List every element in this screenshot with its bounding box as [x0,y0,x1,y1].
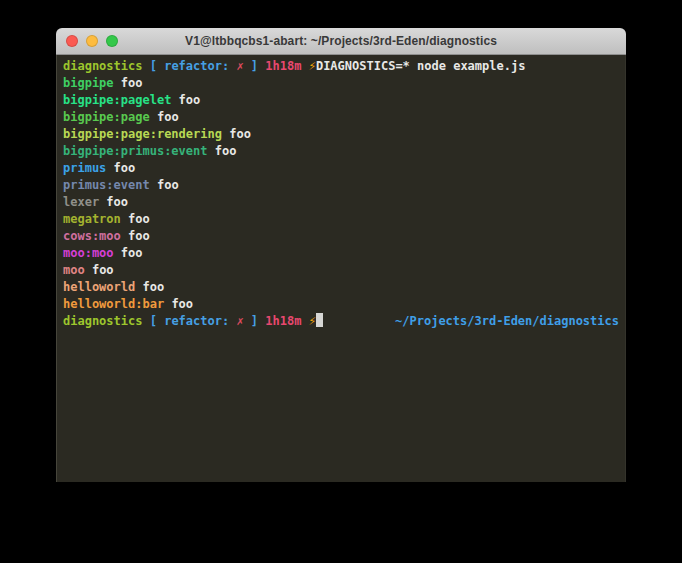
line-right: ~/Projects/3rd-Eden/diagnostics [395,313,619,330]
terminal-line: lexer foo [63,194,619,211]
text-segment: ✗ [236,314,243,328]
terminal-line: bigpipe:primus:event foo [63,143,619,160]
text-segment: ] [244,314,266,328]
window-title: V1@ltbbqcbs1-abart: ~/Projects/3rd-Eden/… [56,34,626,48]
text-segment: bigpipe [63,76,114,90]
text-segment: foo [135,280,164,294]
cursor-block [316,313,323,327]
terminal-line: moo:moo foo [63,245,619,262]
terminal-line: primus:event foo [63,177,619,194]
text-segment: foo [164,297,193,311]
text-segment: cows:moo [63,229,121,243]
terminal-line: bigpipe:page:rendering foo [63,126,619,143]
text-segment: foo [208,144,237,158]
text-segment: ✗ [236,59,243,73]
text-segment: moo [63,263,85,277]
text-segment: diagnostics [63,314,142,328]
terminal-line: moo foo [63,262,619,279]
text-segment: foo [99,195,128,209]
terminal-line: helloworld:bar foo [63,296,619,313]
text-segment: bigpipe:primus:event [63,144,208,158]
text-segment: diagnostics [63,59,142,73]
text-segment: 1h18m [265,59,301,73]
terminal-line: bigpipe:page foo [63,109,619,126]
terminal-line: cows:moo foo [63,228,619,245]
traffic-light-buttons [66,35,118,47]
line-left: bigpipe:page foo [63,109,179,126]
terminal-line: diagnostics [ refactor: ✗ ] 1h18m ⚡DIAGN… [63,58,619,75]
terminal-window: V1@ltbbqcbs1-abart: ~/Projects/3rd-Eden/… [56,28,626,482]
close-button[interactable] [66,35,78,47]
line-left: helloworld:bar foo [63,296,193,313]
text-segment: [ refactor: [142,59,236,73]
line-left: moo foo [63,262,114,279]
title-bar[interactable]: V1@ltbbqcbs1-abart: ~/Projects/3rd-Eden/… [56,28,626,55]
line-left: bigpipe:pagelet foo [63,92,200,109]
text-segment: bigpipe:page:rendering [63,127,222,141]
text-segment: ~/Projects/3rd-Eden/diagnostics [395,314,619,328]
line-left: primus:event foo [63,177,179,194]
terminal-line: primus foo [63,160,619,177]
text-segment: moo:moo [63,246,114,260]
line-left: bigpipe:page:rendering foo [63,126,251,143]
text-segment: foo [85,263,114,277]
line-left: primus foo [63,160,135,177]
terminal-line: diagnostics [ refactor: ✗ ] 1h18m ⚡~/Pro… [63,313,619,330]
line-left: diagnostics [ refactor: ✗ ] 1h18m ⚡ [63,313,323,330]
text-segment: [ refactor: [142,314,236,328]
text-segment: bigpipe:page [63,110,150,124]
line-left: moo:moo foo [63,245,142,262]
line-left: lexer foo [63,194,128,211]
line-left: bigpipe foo [63,75,142,92]
text-segment: ⚡ [301,59,315,73]
terminal-line: bigpipe:pagelet foo [63,92,619,109]
line-left: diagnostics [ refactor: ✗ ] 1h18m ⚡DIAGN… [63,58,525,75]
text-segment: ] [244,59,266,73]
line-left: bigpipe:primus:event foo [63,143,236,160]
text-segment: foo [121,212,150,226]
text-segment: foo [171,93,200,107]
text-segment: 1h18m [265,314,301,328]
text-segment: foo [222,127,251,141]
text-segment: lexer [63,195,99,209]
terminal-line: bigpipe foo [63,75,619,92]
text-segment: foo [114,246,143,260]
terminal-line: helloworld foo [63,279,619,296]
terminal-content[interactable]: diagnostics [ refactor: ✗ ] 1h18m ⚡DIAGN… [56,55,626,482]
line-left: megatron foo [63,211,150,228]
minimize-button[interactable] [86,35,98,47]
text-segment: ⚡ [301,314,315,328]
terminal-line: megatron foo [63,211,619,228]
line-left: helloworld foo [63,279,164,296]
text-segment: foo [114,76,143,90]
text-segment: foo [150,110,179,124]
line-left: cows:moo foo [63,228,150,245]
text-segment: DIAGNOSTICS=* node example.js [316,59,526,73]
text-segment: primus:event [63,178,150,192]
text-segment: primus [63,161,106,175]
text-segment: megatron [63,212,121,226]
text-segment: foo [121,229,150,243]
text-segment: foo [150,178,179,192]
text-segment: bigpipe:pagelet [63,93,171,107]
text-segment: helloworld:bar [63,297,164,311]
text-segment: foo [106,161,135,175]
text-segment: helloworld [63,280,135,294]
zoom-button[interactable] [106,35,118,47]
